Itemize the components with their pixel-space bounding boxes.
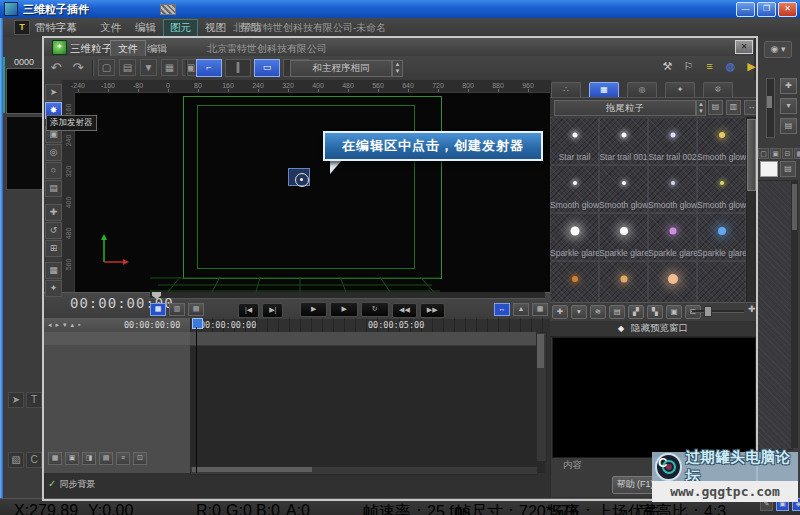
thumbnail-zoom-slider[interactable] xyxy=(692,310,744,313)
style-picker-button[interactable]: ◉ ▾ xyxy=(764,41,792,58)
preset-item[interactable]: Star trail xyxy=(550,117,599,165)
sync-background-checkbox[interactable]: ✓同步背景 xyxy=(48,478,95,491)
merge-clip-button[interactable]: ▤ xyxy=(99,452,113,465)
preset-scrollbar-thumb[interactable] xyxy=(747,119,756,191)
plugin-menu-edit[interactable]: 编辑 xyxy=(147,42,167,56)
preset-item[interactable] xyxy=(599,261,648,304)
marker-mode-button[interactable]: ▦ xyxy=(150,303,166,316)
align-center-icon[interactable]: ▣ xyxy=(770,148,781,159)
preset-item[interactable]: Smooth glow 001 xyxy=(550,165,599,213)
preset-item[interactable] xyxy=(697,261,746,304)
right-slider[interactable] xyxy=(766,78,775,138)
track-lock-icon[interactable]: ◂ xyxy=(48,320,52,330)
preset-item[interactable] xyxy=(648,261,697,304)
right-slider-thumb[interactable] xyxy=(767,96,772,108)
category-dropdown[interactable]: 拖尾粒子 xyxy=(554,100,696,116)
next-category-button[interactable]: ▥ xyxy=(726,100,741,115)
align-right-icon[interactable]: ⊟ xyxy=(782,148,793,159)
move-tool[interactable]: ✚ xyxy=(45,204,62,221)
down-object-button[interactable]: ▾ xyxy=(780,98,797,114)
undo-button[interactable]: ↶ xyxy=(46,59,66,77)
track-list-button[interactable]: ≡ xyxy=(116,452,130,465)
loop-button[interactable]: ↻ xyxy=(361,302,389,317)
category-spinner[interactable]: ▲▼ xyxy=(696,100,706,116)
delete-track-button[interactable]: ▣ xyxy=(65,452,79,465)
viewport-scroll-track[interactable] xyxy=(150,292,545,299)
render-mode-dropdown[interactable]: 和主程序相同 xyxy=(290,60,392,77)
plugin-close-button[interactable]: ✕ xyxy=(735,40,753,54)
scale-tool[interactable]: ⊞ xyxy=(45,240,62,257)
go-start-button[interactable]: ◀◀ xyxy=(392,303,417,318)
apply-preset-button[interactable]: ≋ xyxy=(590,305,606,319)
track-visible-icon[interactable]: ▸ xyxy=(56,320,60,330)
select-tool[interactable]: ➤ xyxy=(45,84,62,101)
open-file-icon[interactable]: ▤ xyxy=(119,59,136,76)
small-thumb-button[interactable]: ▞ xyxy=(628,305,644,319)
import-icon[interactable]: ▦ xyxy=(161,59,178,76)
collapse-timeline-button[interactable]: ▲ xyxy=(513,303,529,316)
tab-particles[interactable]: ✦ xyxy=(665,82,695,97)
emitter-sphere-tool[interactable]: ○ xyxy=(45,162,62,179)
menu-edit[interactable]: 编辑 xyxy=(128,19,163,37)
dome-icon[interactable]: ◍ xyxy=(723,58,738,74)
add-track-button[interactable]: ▦ xyxy=(48,452,62,465)
prev-frame-button[interactable]: |◀ xyxy=(238,303,259,318)
style-list-scroll-thumb[interactable] xyxy=(792,184,797,230)
view-frame-button[interactable]: ▭ xyxy=(254,59,280,77)
next-frame-button[interactable]: ▶| xyxy=(262,303,283,318)
view-corner-button[interactable]: ⌐ xyxy=(196,59,222,77)
track-expand-icon[interactable]: ▾ xyxy=(63,320,67,330)
object-thumbnail-2[interactable] xyxy=(6,116,44,190)
go-end-button[interactable]: ▶▶ xyxy=(420,303,445,318)
align-grid-icon[interactable]: ▦ xyxy=(794,148,800,159)
add-object-button[interactable]: ✚ xyxy=(780,78,797,94)
new-file-icon[interactable]: ▢ xyxy=(98,59,115,76)
expand-timeline-button[interactable]: ↔ xyxy=(494,303,510,316)
tab-settings[interactable]: ❊ xyxy=(703,82,733,97)
preset-item[interactable]: Smooth glow 003 xyxy=(648,165,697,213)
split-clip-button[interactable]: ◨ xyxy=(82,452,96,465)
light-tool[interactable]: ✦ xyxy=(45,280,62,297)
preset-item[interactable]: Smooth glow xyxy=(697,117,746,165)
timeline-hscroll-thumb[interactable] xyxy=(192,467,312,472)
preset-item[interactable]: Sparkle glare 003 xyxy=(697,213,746,261)
preset-item[interactable]: Sparkle glare 001 xyxy=(599,213,648,261)
flag-icon[interactable]: ⚐ xyxy=(681,58,696,74)
preset-item[interactable]: Sparkle glare 002 xyxy=(648,213,697,261)
emitter-plane-tool[interactable]: ▤ xyxy=(45,180,62,197)
shape-tool-icon[interactable]: ▧ xyxy=(8,452,24,468)
color-tool-icon[interactable]: C xyxy=(26,452,42,468)
layout-button[interactable]: ▤ xyxy=(780,118,797,134)
track-solo-icon[interactable]: ▪ xyxy=(78,320,80,330)
timeline-tracks[interactable] xyxy=(190,332,545,473)
preview-header[interactable]: ◆隐藏预览窗口 xyxy=(550,321,756,337)
refresh-button[interactable]: ▣ xyxy=(666,305,682,319)
preset-item[interactable]: Sparkle glare xyxy=(550,213,599,261)
zoom-plus-icon[interactable]: ✚ xyxy=(748,304,756,314)
preset-item[interactable]: Star trail 002 xyxy=(648,117,697,165)
preset-item[interactable]: Star trail 001 xyxy=(599,117,648,165)
minimize-button[interactable]: — xyxy=(736,2,755,17)
camera-tool[interactable]: ▦ xyxy=(45,262,62,279)
color-swatch[interactable] xyxy=(760,161,778,177)
dropdown-spinner[interactable]: ▲▼ xyxy=(392,60,403,77)
preset-item[interactable]: Smooth glow 004 xyxy=(697,165,746,213)
add-preset-button[interactable]: ✚ xyxy=(552,305,568,319)
remove-preset-button[interactable]: ▾ xyxy=(571,305,587,319)
close-button[interactable]: ✕ xyxy=(778,2,797,17)
tools-icon[interactable]: ⚒ xyxy=(660,58,675,74)
menu-view[interactable]: 视图 xyxy=(198,19,233,37)
timeline-ruler[interactable]: 00:00:00:0000:00:05:00 xyxy=(190,318,545,333)
tab-library[interactable]: ▦ xyxy=(589,82,619,97)
menu-file[interactable]: 文件 xyxy=(93,19,128,37)
timeline-vscroll-thumb[interactable] xyxy=(537,334,544,368)
keyframe-button[interactable]: ⊡ xyxy=(133,452,147,465)
large-thumb-button[interactable]: ▚ xyxy=(647,305,663,319)
layers-icon[interactable]: ≡ xyxy=(702,58,717,74)
preset-item[interactable]: Smooth glow 002 xyxy=(599,165,648,213)
list-view-button[interactable]: ▤ xyxy=(609,305,625,319)
playhead-marker[interactable] xyxy=(192,318,203,329)
play-from-start-button[interactable]: ▶ xyxy=(300,302,327,317)
zoom-slider-thumb[interactable] xyxy=(704,306,712,317)
tab-emitters[interactable]: ∴ xyxy=(551,82,581,97)
